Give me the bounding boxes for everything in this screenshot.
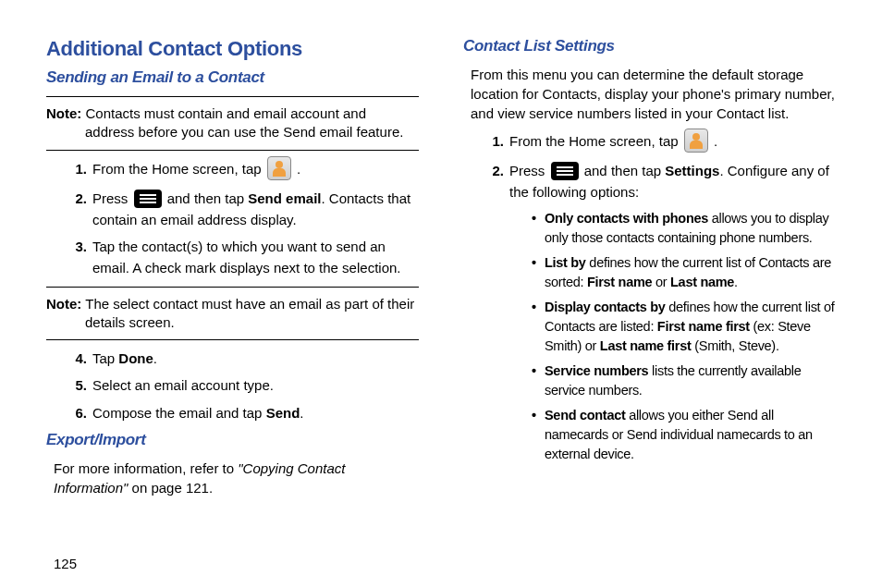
subsection-contact-list-settings: Contact List Settings [463, 37, 836, 55]
step-1: 1. From the Home screen, tap . [65, 158, 419, 182]
body-text: For more information, refer to [54, 460, 238, 476]
bold-term: Send email [248, 190, 321, 206]
step-2: 2. Press and then tap Settings. Configur… [482, 160, 836, 464]
step-text: Press [509, 163, 549, 178]
divider [46, 339, 419, 340]
step-text: From the Home screen, tap [509, 133, 682, 149]
option-only-contacts-with-phones: Only contacts with phones allows you to … [532, 209, 836, 248]
section-heading: Additional Contact Options [46, 37, 419, 61]
steps-list-2: 4. Tap Done. 5. Select an email account … [46, 348, 419, 423]
bold-term: Display contacts by [545, 300, 666, 314]
steps-list-3: 1. From the Home screen, tap . 2. Press … [463, 130, 836, 464]
option-text: or [652, 275, 670, 289]
menu-icon [551, 162, 579, 180]
left-column: Additional Contact Options Sending an Em… [46, 37, 419, 497]
step-text: . [300, 405, 303, 421]
options-list: Only contacts with phones allows you to … [532, 209, 836, 464]
divider [46, 287, 419, 288]
bold-term: Service numbers [545, 363, 648, 378]
step-text: Press [92, 190, 132, 206]
bold-term: Settings [665, 163, 719, 178]
step-text: Compose the email and tap [92, 405, 266, 421]
step-text: and then tap [581, 163, 666, 178]
step-text: From the Home screen, tap [92, 161, 265, 177]
option-display-contacts-by: Display contacts by defines how the curr… [532, 298, 836, 356]
body-text: on page 121. [128, 480, 213, 496]
bold-term: Only contacts with phones [545, 211, 708, 226]
bold-term: First name [587, 275, 652, 289]
steps-list-1: 1. From the Home screen, tap . 2. Press … [46, 158, 419, 279]
step-1: 1. From the Home screen, tap . [482, 130, 836, 154]
step-text: Select an email account type. [92, 377, 274, 393]
step-text: and then tap [164, 190, 249, 206]
option-list-by: List by defines how the current list of … [532, 253, 836, 292]
step-5: 5. Select an email account type. [65, 374, 419, 396]
right-column: Contact List Settings From this menu you… [463, 37, 836, 497]
step-text: Tap the contact(s) to which you want to … [92, 239, 401, 276]
contacts-icon [684, 129, 708, 153]
page-number: 125 [54, 556, 77, 571]
note-text: Contacts must contain and email account … [81, 105, 403, 140]
step-text: . [710, 133, 717, 149]
note-block: Note: Contacts must contain and email ac… [46, 104, 419, 142]
contacts-icon [267, 156, 291, 180]
option-send-contact: Send contact allows you either Send all … [532, 406, 836, 464]
bold-term: List by [545, 255, 586, 270]
step-text: . [293, 161, 300, 177]
subsection-export-import: Export/Import [46, 431, 419, 449]
intro-text: From this menu you can determine the def… [471, 65, 836, 123]
bold-term: Send [266, 405, 300, 421]
step-2: 2. Press and then tap Send email. Contac… [65, 188, 419, 231]
bold-term: Done [118, 350, 153, 366]
export-import-text: For more information, refer to "Copying … [54, 459, 419, 497]
page-columns: Additional Contact Options Sending an Em… [46, 37, 836, 497]
step-4: 4. Tap Done. [65, 348, 419, 369]
bold-term: First name first [657, 319, 750, 334]
bold-term: Last name [670, 275, 734, 289]
step-text: . [153, 350, 157, 366]
step-3: 3. Tap the contact(s) to which you want … [65, 236, 419, 279]
note-label: Note: [46, 296, 81, 312]
option-service-numbers: Service numbers lists the currently avai… [532, 361, 836, 400]
divider [46, 150, 419, 151]
step-text: Tap [92, 350, 118, 366]
option-text: . [734, 275, 738, 289]
note-text: The select contact must have an email as… [81, 296, 414, 330]
subsection-sending-email: Sending an Email to a Contact [46, 68, 419, 87]
bold-term: Last name first [600, 338, 692, 353]
note-block: Note: The select contact must have an em… [46, 295, 419, 333]
option-text: (Smith, Steve). [692, 338, 779, 353]
note-label: Note: [46, 105, 81, 121]
bold-term: Send contact [545, 408, 625, 423]
menu-icon [134, 190, 162, 208]
step-6: 6. Compose the email and tap Send. [65, 402, 419, 423]
divider [46, 96, 419, 97]
